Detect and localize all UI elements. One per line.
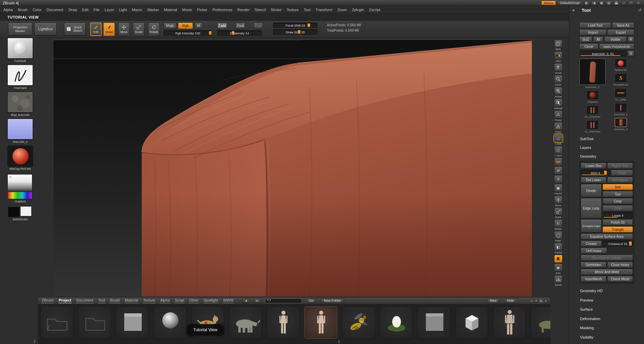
creaselvl-slider[interactable]: CreaseLvl 15: [603, 241, 633, 247]
forward-arrow-button[interactable]: ▶: [254, 299, 261, 303]
menu-transform[interactable]: Transform: [315, 8, 332, 12]
lightbox-tab-www[interactable]: WWW: [223, 298, 234, 303]
magnifier-dot-icon[interactable]: [554, 87, 563, 95]
focal-shift-slider[interactable]: Focal Shift 23: [273, 23, 317, 28]
collapse-arrow-icon[interactable]: ◀: [572, 8, 574, 12]
slider-nub[interactable]: [604, 170, 607, 175]
switch-color-swatches[interactable]: [7, 206, 33, 217]
local-symmetry-button[interactable]: ◫ L.Sym: [554, 146, 563, 157]
lightbox-tab-other[interactable]: Other: [189, 298, 199, 303]
z-intensity-slider[interactable]: Z Intensity 14: [217, 30, 262, 36]
lightbox-tab-zbrush[interactable]: ZBrush: [41, 298, 54, 303]
reconstruct-subdiv-button[interactable]: Reconstruct Subdiv: [581, 255, 633, 261]
spin-arrow-icon[interactable]: ↺: [554, 175, 563, 183]
ghost-button[interactable]: [554, 255, 563, 263]
project-thumbnail-folder[interactable]: [40, 306, 73, 339]
transparency-button[interactable]: ◧ Transp: [554, 243, 563, 254]
magnifier-half-icon[interactable]: [554, 99, 563, 107]
floor-grid-icon[interactable]: [554, 122, 563, 130]
secondary-color-swatch[interactable]: [20, 206, 32, 216]
equalize-surface-area-button[interactable]: Equalize Surface Area: [581, 233, 633, 240]
menu-document[interactable]: Document: [46, 8, 63, 12]
lightbox-tab-tool[interactable]: Tool: [98, 298, 105, 303]
tool-thumb-sphere3d[interactable]: [615, 59, 627, 68]
minimize-icon[interactable]: –: [621, 1, 626, 5]
close-holes-button[interactable]: Close Holes: [607, 262, 633, 268]
tool-thumb-bracciolo-2-selected[interactable]: [615, 118, 627, 127]
viewport-scale-button[interactable]: Scale: [554, 208, 563, 219]
lightbox-tab-brush[interactable]: Brush: [110, 298, 120, 303]
polyframe-button[interactable]: PolyF: [554, 231, 563, 242]
move-mode-button[interactable]: Move: [118, 23, 130, 36]
make-polymesh3d-button[interactable]: Make PolyMesh3D: [599, 43, 634, 50]
actual-size-button[interactable]: Actual: [554, 87, 563, 98]
layers-section-header[interactable]: Layers: [579, 144, 634, 151]
polyframe-icon[interactable]: [554, 231, 563, 239]
dock-right-icon[interactable]: ◨: [591, 1, 597, 5]
menu-light[interactable]: Light: [119, 8, 127, 12]
edit-mode-button[interactable]: Edit: [90, 23, 102, 36]
loops-slider[interactable]: Loops 4: [603, 212, 633, 218]
lightbox-filter-input[interactable]: [265, 299, 302, 303]
project-thumbnail-figure-selected[interactable]: [304, 306, 337, 339]
menu-zscript[interactable]: Zscript: [369, 8, 380, 12]
menu-stencil[interactable]: Stencil: [255, 8, 266, 12]
tool-thumb-zsphere[interactable]: [586, 91, 599, 100]
subtool-section-header[interactable]: SubTool: [579, 135, 634, 143]
sphere-brush-thumbnail[interactable]: [7, 38, 33, 59]
mrgb-button[interactable]: Mrgb: [164, 23, 176, 29]
load-tool-button[interactable]: Load Tool: [579, 22, 611, 28]
default-zscript-button[interactable]: DefaultZScript: [557, 1, 582, 5]
hand-icon[interactable]: [554, 63, 563, 71]
layout-grid-icon-2[interactable]: ▤: [606, 1, 612, 5]
viewport-rotate-button[interactable]: ↻ Rotate: [554, 219, 563, 230]
import-button[interactable]: Import: [579, 29, 606, 35]
save-as-button[interactable]: Save As: [612, 22, 634, 28]
layout-grid-icon[interactable]: ▦: [599, 1, 604, 5]
switch-color-widget[interactable]: SwitchColor: [7, 206, 33, 221]
perspective-icon[interactable]: [554, 111, 563, 119]
active-tool-slider[interactable]: bracciolo_2, 51: [579, 51, 626, 57]
xyz-icon[interactable]: xyz: [554, 158, 563, 166]
frame-icon[interactable]: ▣: [554, 184, 563, 192]
suv-toggle[interactable]: Suv: [603, 191, 633, 197]
close-icon[interactable]: ×: [636, 1, 641, 5]
floor-button[interactable]: Floor: [554, 122, 563, 133]
magnifier-icon[interactable]: [554, 75, 563, 83]
geometry-hd-section-header[interactable]: Geometry HD: [579, 287, 634, 295]
divide-button[interactable]: Divide: [581, 184, 602, 197]
menu-preferences[interactable]: Preferences: [212, 8, 232, 12]
draw-size-slider[interactable]: Draw Size 35: [273, 29, 317, 35]
zoom-button[interactable]: Zoom: [554, 75, 563, 86]
crease-button[interactable]: Crease: [581, 241, 602, 247]
menu-layer[interactable]: Layer: [105, 8, 114, 12]
slider-nub[interactable]: [629, 241, 632, 246]
zcut-button[interactable]: Zcut: [253, 23, 263, 29]
lightbox-button[interactable]: LightBox: [34, 23, 57, 35]
del-higher-button[interactable]: Del Higher: [607, 177, 633, 183]
stroke-selector[interactable]: FreeHand: [7, 65, 33, 90]
single-row-view-icon[interactable]: ▭: [530, 299, 533, 303]
scale-mode-button[interactable]: Scale: [133, 23, 144, 36]
cycle-icon[interactable]: ↺: [638, 8, 641, 12]
dock-left-icon[interactable]: ◧: [584, 1, 589, 5]
project-thumbnail-cube[interactable]: [455, 306, 488, 339]
go-button[interactable]: Go: [306, 299, 316, 303]
xpose-button[interactable]: Xpose: [554, 275, 563, 286]
back-arrow-button[interactable]: ◀: [242, 299, 249, 303]
active-tool-thumbnail[interactable]: [579, 59, 606, 85]
rotate-icon[interactable]: ↻: [554, 219, 563, 227]
zadd-button[interactable]: Zadd: [217, 23, 227, 29]
m-button[interactable]: M: [195, 23, 203, 29]
lock-icon[interactable]: [613, 1, 619, 5]
tool-thumb-cl-sotto[interactable]: [615, 88, 627, 97]
color-picker-gradient[interactable]: [7, 174, 32, 199]
symmetry-icon[interactable]: ◫: [554, 146, 563, 154]
spix-slider[interactable]: SPix: [554, 52, 563, 63]
disp-toggle[interactable]: Disp: [603, 205, 633, 211]
goz-all-button[interactable]: All: [593, 36, 603, 42]
deformation-section-header[interactable]: Deformation: [579, 315, 634, 323]
solo-button[interactable]: ◉ Solo: [554, 263, 563, 275]
lower-res-button[interactable]: Lower Res: [581, 163, 606, 169]
cage-button[interactable]: Cage: [611, 170, 633, 176]
